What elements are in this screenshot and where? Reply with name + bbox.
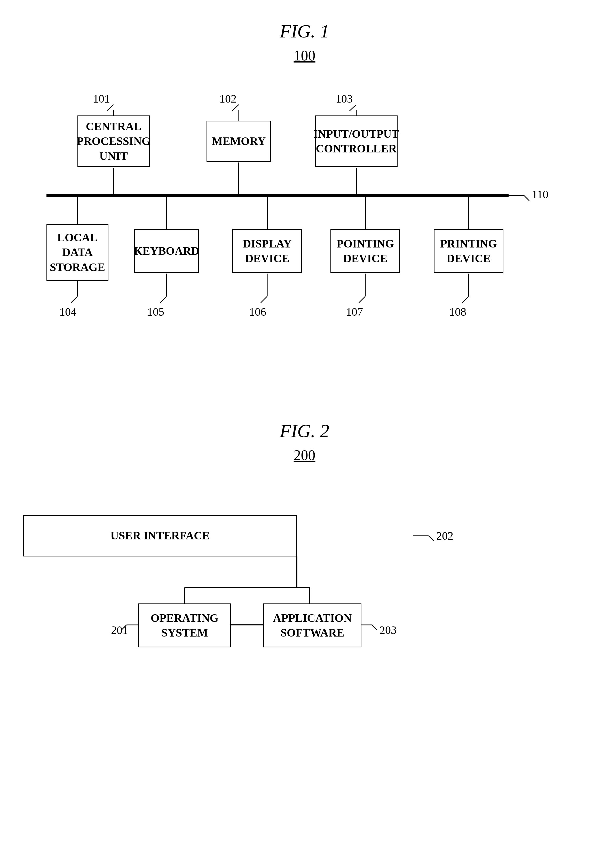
fig2-title: FIG. 2 — [31, 420, 578, 442]
ref-105: 105 — [147, 305, 164, 319]
ref-202: 202 — [436, 529, 453, 542]
fig2-ref-number: 200 — [31, 447, 578, 463]
svg-line-24 — [107, 105, 114, 111]
ref-101: 101 — [93, 92, 110, 105]
svg-line-13 — [524, 195, 529, 201]
svg-line-19 — [261, 296, 267, 303]
box-cpu: CENTRAL PROCESSING UNIT — [77, 115, 150, 167]
box-ui: USER INTERFACE — [23, 515, 297, 556]
box-pointing: POINTING DEVICE — [331, 229, 400, 273]
svg-line-15 — [71, 296, 77, 303]
ref-103: 103 — [335, 92, 352, 105]
ref-201: 201 — [111, 624, 128, 637]
box-keyboard: KEYBOARD — [134, 229, 199, 273]
box-display: DISPLAY DEVICE — [232, 229, 302, 273]
svg-line-25 — [232, 105, 239, 111]
svg-line-17 — [160, 296, 167, 303]
svg-line-37 — [372, 625, 377, 630]
ref-108: 108 — [449, 305, 466, 319]
fig1-diagram: 101 102 103 110 CENTRAL PROCESSING UNIT … — [31, 84, 578, 369]
box-os: OPERATING SYSTEM — [138, 603, 231, 647]
fig2-diagram: USER INTERFACE 202 OPERATING SYSTEM 201 … — [31, 484, 578, 717]
ref-102: 102 — [219, 92, 236, 105]
svg-line-23 — [462, 296, 468, 303]
ref-203: 203 — [380, 624, 397, 637]
ref-104: 104 — [59, 305, 76, 319]
ref-107: 107 — [346, 305, 363, 319]
ref-110: 110 — [532, 188, 548, 201]
fig1-title: FIG. 1 — [31, 21, 578, 42]
box-appsw: APPLICATION SOFTWARE — [263, 603, 362, 647]
box-io: INPUT/OUTPUT CONTROLLER — [315, 115, 397, 167]
svg-line-26 — [349, 105, 356, 111]
box-memory: MEMORY — [207, 121, 271, 162]
ref-106: 106 — [249, 305, 266, 319]
fig2-section: FIG. 2 200 — [31, 420, 578, 717]
svg-line-33 — [428, 536, 434, 541]
box-storage: LOCAL DATA STORAGE — [46, 224, 108, 281]
fig1-section: FIG. 1 100 — [31, 21, 578, 369]
fig1-ref-number: 100 — [31, 47, 578, 64]
svg-line-21 — [359, 296, 365, 303]
box-printing: PRINTING DEVICE — [434, 229, 504, 273]
